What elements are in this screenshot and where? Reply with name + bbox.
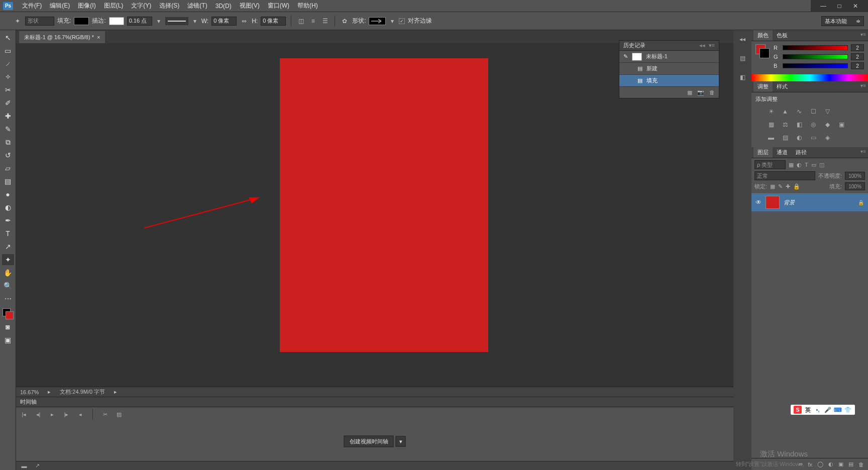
- layer-row[interactable]: 👁 背景 🔒: [751, 193, 868, 211]
- lock-pos-icon[interactable]: ✚: [786, 183, 790, 190]
- ime-lang[interactable]: 英: [804, 406, 812, 414]
- opacity-input[interactable]: 100%: [845, 172, 865, 180]
- transition-icon[interactable]: ▨: [115, 411, 123, 418]
- properties-strip-icon[interactable]: ◧: [737, 72, 747, 82]
- blend-mode-select[interactable]: 正常: [754, 171, 815, 180]
- stroke-style-dropdown-icon[interactable]: ▾: [191, 17, 198, 26]
- lock-all-icon[interactable]: 🔒: [793, 183, 800, 190]
- g-slider[interactable]: [783, 54, 848, 59]
- levels-icon[interactable]: ▲: [781, 107, 790, 116]
- create-video-timeline-button[interactable]: 创建视频时间轴: [344, 435, 394, 447]
- timeline-tab[interactable]: 时间轴: [16, 397, 733, 407]
- layer-name[interactable]: 背景: [784, 199, 854, 206]
- history-trash-icon[interactable]: 🗑: [709, 89, 715, 95]
- b-slider[interactable]: [783, 63, 848, 68]
- play-icon[interactable]: ▸: [48, 411, 56, 418]
- path-select-tool-icon[interactable]: ↗: [2, 241, 14, 252]
- ime-keyboard-icon[interactable]: ⌨: [834, 406, 842, 414]
- close-tab-icon[interactable]: ×: [97, 34, 100, 40]
- bg-swatch[interactable]: [759, 48, 770, 58]
- arrange-icon[interactable]: ☰: [320, 17, 330, 26]
- create-video-dropdown-icon[interactable]: ▾: [396, 436, 406, 446]
- gradientmap-icon[interactable]: ▭: [809, 133, 818, 142]
- curves-icon[interactable]: ∿: [795, 107, 804, 116]
- posterize-icon[interactable]: ▤: [781, 133, 790, 142]
- colorbalance-icon[interactable]: ⚖: [781, 120, 790, 129]
- zoom-level[interactable]: 16.67%: [20, 389, 39, 395]
- align-icon[interactable]: ≡: [308, 17, 317, 26]
- pen-tool-icon[interactable]: ✒: [2, 215, 14, 226]
- hue-icon[interactable]: ▦: [767, 120, 776, 129]
- zoom-tool-icon[interactable]: 🔍: [2, 280, 14, 291]
- menu-3d[interactable]: 3D(D): [211, 2, 236, 11]
- menu-filter[interactable]: 滤镜(T): [183, 1, 211, 11]
- filter-shape-icon[interactable]: ▭: [811, 162, 816, 168]
- lasso-tool-icon[interactable]: ⟋: [2, 58, 14, 69]
- panel-menu-icon[interactable]: ▾≡: [860, 32, 866, 37]
- trash-icon[interactable]: 🗑: [858, 461, 864, 467]
- stamp-tool-icon[interactable]: ⧉: [2, 137, 14, 148]
- maximize-icon[interactable]: □: [836, 3, 843, 10]
- menu-layer[interactable]: 图层(L): [100, 1, 128, 11]
- history-document-row[interactable]: ✎ 未标题-1: [619, 51, 719, 63]
- eyedropper-tool-icon[interactable]: ✐: [2, 97, 14, 108]
- history-state-row[interactable]: ▤ 新建: [619, 63, 719, 75]
- adjustment-layer-icon[interactable]: ◐: [828, 461, 833, 467]
- filter-adjust-icon[interactable]: ◐: [797, 162, 802, 168]
- fg-bg-color-swatch[interactable]: [3, 308, 14, 319]
- path-op-icon[interactable]: ◫: [296, 17, 305, 26]
- hand-tool-icon[interactable]: ✋: [2, 267, 14, 278]
- ime-mic-icon[interactable]: 🎤: [824, 406, 832, 414]
- width-input[interactable]: [211, 17, 237, 26]
- last-frame-icon[interactable]: ◂: [76, 411, 84, 418]
- ime-punct-icon[interactable]: •,: [814, 406, 822, 414]
- fill-input[interactable]: 100%: [845, 182, 865, 190]
- healing-tool-icon[interactable]: ✚: [2, 110, 14, 122]
- next-frame-icon[interactable]: |▸: [62, 411, 70, 418]
- selective-icon[interactable]: ◈: [823, 133, 832, 142]
- minimize-icon[interactable]: —: [820, 3, 827, 10]
- fx-icon[interactable]: fx: [808, 461, 812, 467]
- layer-filter-select[interactable]: ρ 类型: [754, 160, 786, 169]
- height-input[interactable]: [261, 17, 286, 26]
- group-icon[interactable]: ▣: [838, 461, 843, 467]
- stroke-color-swatch[interactable]: [109, 17, 124, 25]
- history-newdoc-icon[interactable]: ▦: [687, 89, 692, 96]
- marquee-tool-icon[interactable]: ▭: [2, 45, 14, 56]
- eraser-tool-icon[interactable]: ▱: [2, 163, 14, 174]
- lock-trans-icon[interactable]: ▦: [770, 183, 775, 190]
- g-value[interactable]: 2: [851, 53, 864, 60]
- menu-type[interactable]: 文字(Y): [127, 1, 155, 11]
- shape-dropdown-icon[interactable]: ▾: [389, 17, 396, 26]
- close-icon[interactable]: ✕: [852, 3, 859, 10]
- new-layer-icon[interactable]: ▤: [848, 461, 853, 467]
- workspace-switcher[interactable]: 基本功能≑: [821, 16, 864, 26]
- exposure-icon[interactable]: ☐: [809, 107, 818, 116]
- misc-tool-icon[interactable]: ⋯: [2, 293, 14, 304]
- zoom-out-icon[interactable]: ▬: [20, 463, 28, 469]
- tab-adjustments[interactable]: 调整: [753, 81, 773, 92]
- vibrance-icon[interactable]: ▽: [823, 107, 832, 116]
- dodge-tool-icon[interactable]: ◐: [2, 202, 14, 213]
- colorlookup-icon[interactable]: ▣: [837, 120, 846, 129]
- brightness-icon[interactable]: ☀: [767, 107, 776, 116]
- shape-mode-select[interactable]: 形状: [25, 17, 54, 26]
- tab-styles[interactable]: 样式: [773, 81, 792, 92]
- panel-menu-icon[interactable]: ▾≡: [860, 83, 866, 88]
- menu-image[interactable]: 图像(I): [74, 1, 99, 11]
- link-wh-icon[interactable]: ⇔: [240, 17, 249, 26]
- color-panel-swatch[interactable]: [755, 44, 770, 58]
- expand-strip-icon[interactable]: ◂◂: [737, 34, 747, 44]
- stroke-width-dropdown-icon[interactable]: ▾: [155, 17, 162, 26]
- cut-icon[interactable]: ✂: [101, 411, 109, 418]
- brush-tool-icon[interactable]: ✎: [2, 124, 14, 135]
- b-value[interactable]: 2: [851, 62, 864, 69]
- tab-paths[interactable]: 路径: [792, 147, 811, 158]
- menu-select[interactable]: 选择(S): [155, 1, 183, 11]
- type-tool-icon[interactable]: T: [2, 228, 14, 239]
- r-value[interactable]: 2: [851, 44, 864, 51]
- panel-menu-icon[interactable]: ▾≡: [860, 149, 866, 154]
- prev-frame-icon[interactable]: ◂|: [34, 411, 42, 418]
- fill-color-swatch[interactable]: [74, 17, 89, 25]
- gear-icon[interactable]: ✿: [340, 17, 349, 26]
